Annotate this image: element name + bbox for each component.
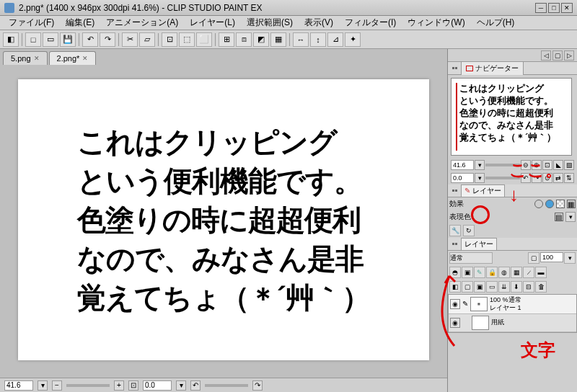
dropdown-icon[interactable]: ▾ [475,173,485,183]
close-button[interactable]: ✕ [561,3,573,13]
pin-icon[interactable]: ▢ [552,50,563,61]
menu-animation[interactable]: アニメーション(A) [100,15,184,30]
menu-layer[interactable]: レイヤー(L) [184,15,241,30]
menu-window[interactable]: ウィンドウ(W) [402,15,470,30]
rotate-slider[interactable] [205,384,248,387]
select-all-button[interactable]: ⊞ [219,32,234,47]
collapse-left-icon[interactable]: ◁ [541,50,551,61]
zoom-in-icon[interactable]: + [114,380,124,391]
layer-item-1[interactable]: ◉ ✎ ▦ 100 %通常 レイヤー 1 [449,295,576,314]
nav-rotate-input[interactable] [451,173,474,183]
delete-layer-icon[interactable]: 🗑 [535,281,547,293]
canvas[interactable]: これはクリッピング という便利機能です。 色塗りの時に超超便利 なので、みなさん… [18,79,429,360]
zoom-out-icon[interactable]: − [52,380,62,391]
tab-2png[interactable]: 2.png* ✕ [49,51,97,65]
dropdown-icon[interactable]: ▾ [565,212,576,222]
extract-line-icon[interactable]: ▦ [567,200,576,208]
menu-edit[interactable]: 編集(E) [60,15,100,30]
zoom-slider[interactable] [66,384,110,387]
nav-rotate-slider[interactable] [485,177,520,179]
csp-icon[interactable]: ◧ [3,32,19,47]
close-icon[interactable]: ✕ [34,55,40,62]
opacity-input[interactable]: 100 [540,252,563,262]
new-folder-icon[interactable]: ▣ [474,281,485,293]
open-button[interactable]: ▭ [43,32,58,47]
crop-button[interactable]: ⊡ [162,32,177,47]
fit-icon[interactable]: ⊡ [542,160,552,170]
flip-v-icon[interactable]: ⇅ [564,173,574,183]
tone-effect-icon[interactable] [556,200,565,208]
dropdown-icon[interactable]: ▾ [564,252,576,264]
zoom-input[interactable] [4,380,33,391]
color-effect-icon[interactable] [545,200,554,208]
lock-alpha-icon[interactable]: ◍ [498,267,510,278]
draft-icon[interactable]: ✎ [474,267,485,278]
rotate-input[interactable] [143,380,172,391]
rotate-right-icon[interactable]: ↷ [532,173,542,183]
border-button[interactable]: ▦ [270,32,286,47]
merge-icon[interactable]: ⬇ [511,281,522,293]
layer-tab[interactable]: レイヤー [461,238,497,251]
snap-button[interactable]: ⊿ [327,32,343,47]
ruler-v-icon[interactable]: ↕ [310,32,326,47]
lock-icon[interactable]: 🔒 [486,267,498,278]
blend-mode-select[interactable]: 通常 [449,252,493,264]
menu-filter[interactable]: フィルター(I) [339,15,402,30]
nav-zoom-slider[interactable] [485,164,520,166]
ref-layer-icon[interactable]: ▣ [462,267,473,278]
undo-button[interactable]: ↶ [82,32,98,47]
ruler-h-icon[interactable]: ↔ [293,32,309,47]
layer-color-icon[interactable]: ▬ [535,267,547,278]
drag-handle-icon[interactable] [451,243,458,245]
navigator-preview[interactable]: これはクリッピング という便利機能です。 色塗りの時に超超便利 なので、みなさん… [451,78,572,156]
invert-button[interactable]: ◩ [253,32,269,47]
color-mode-icon[interactable]: ▤ [555,213,563,221]
drag-handle-icon[interactable] [451,190,458,192]
nav-zoom-input[interactable] [451,160,474,170]
zoom-out-icon[interactable]: ⊖ [521,160,531,170]
rotate-right-icon[interactable]: ↷ [252,380,263,391]
transform-button[interactable]: ⬜ [196,32,212,47]
menu-view[interactable]: 表示(V) [299,15,339,30]
flip-icon[interactable]: ◣ [553,160,563,170]
grid-button[interactable]: ✦ [345,32,361,47]
menu-help[interactable]: ヘルプ(H) [471,15,521,30]
expand-right-icon[interactable]: ▷ [564,50,574,61]
palette-icon[interactable]: ◧ [449,281,461,293]
drag-handle-icon[interactable] [451,67,458,69]
canvas-viewport[interactable]: これはクリッピング という便利機能です。 色塗りの時に超超便利 なので、みなさん… [0,65,447,378]
combine-icon[interactable]: ⊟ [523,281,534,293]
maximize-button[interactable]: □ [548,3,560,13]
border-effect-icon[interactable] [534,200,543,208]
layerprop-tab[interactable]: ✎ レイヤー [461,184,505,197]
close-icon[interactable]: ✕ [82,55,88,62]
transfer-icon[interactable]: ⇊ [498,281,510,293]
tool-icon[interactable]: ▧ [564,160,574,170]
layer-item-paper[interactable]: ◉ 用紙 [449,314,576,332]
mask-enable-icon[interactable]: ▦ [511,267,522,278]
reset-icon[interactable]: ⊙ [542,173,552,183]
dropdown-icon[interactable]: ▾ [475,160,485,170]
deselect-button[interactable]: ⧈ [236,32,252,47]
fit-icon[interactable]: ⊡ [128,380,138,391]
wrench-icon[interactable]: 🔧 [449,225,461,236]
fill-button[interactable]: ⬚ [179,32,195,47]
redo-button[interactable]: ↷ [100,32,115,47]
visibility-icon[interactable]: ◉ [450,318,460,328]
minimize-button[interactable]: ─ [535,3,547,13]
dropdown-icon[interactable]: ▾ [176,380,186,391]
dropdown-icon[interactable]: ▾ [38,380,48,391]
frame-icon[interactable]: ▭ [486,281,498,293]
rotate-left-icon[interactable]: ↶ [190,380,201,391]
zoom-in-icon[interactable]: ⊕ [532,160,542,170]
flip-h-icon[interactable]: ⇄ [553,173,563,183]
delete-button[interactable]: ▱ [139,32,155,47]
new-button[interactable]: □ [25,32,41,47]
new-layer-icon[interactable]: ▢ [462,281,473,293]
rotate-left-icon[interactable]: ↶ [521,173,531,183]
clip-mask-icon[interactable]: ◓ [449,267,461,278]
mask-icon[interactable]: ▢ [528,252,539,264]
menu-select[interactable]: 選択範囲(S) [241,15,299,30]
reset-icon[interactable]: ↻ [463,225,475,236]
ruler-icon[interactable]: ⟋ [523,267,534,278]
